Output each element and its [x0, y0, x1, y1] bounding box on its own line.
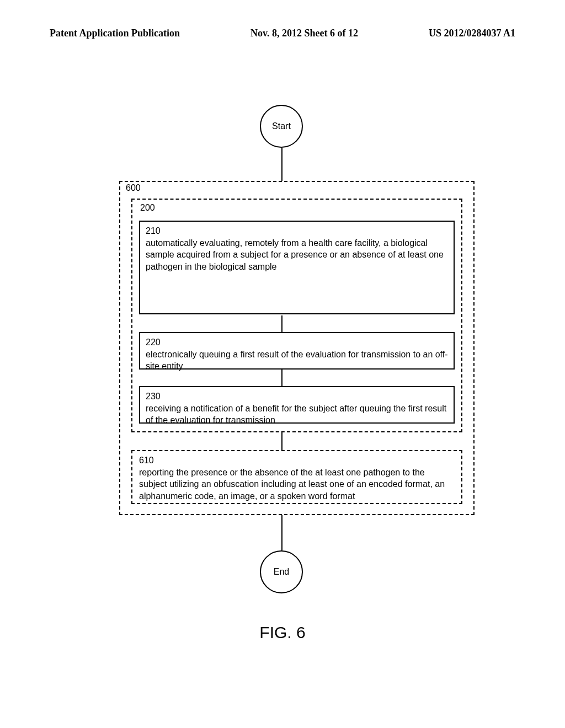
figure-caption: FIG. 6	[0, 623, 565, 642]
flowchart-step-610-num: 610	[139, 454, 455, 467]
flowchart: Start 600 200 210 automatically evaluati…	[77, 105, 486, 612]
flowchart-connector	[281, 515, 282, 550]
header-publication-number: US 2012/0284037 A1	[429, 28, 515, 39]
flowchart-connector	[281, 315, 282, 332]
flowchart-step-210-num: 210	[146, 225, 448, 237]
header-date-sheet: Nov. 8, 2012 Sheet 6 of 12	[250, 28, 358, 39]
flowchart-end-node: End	[260, 550, 303, 593]
flowchart-connector	[281, 370, 282, 386]
flowchart-step-610: 610 reporting the presence or the absenc…	[131, 450, 462, 504]
page-header: Patent Application Publication Nov. 8, 2…	[0, 28, 565, 39]
flowchart-step-230: 230 receiving a notification of a benefi…	[139, 386, 455, 424]
flowchart-start-node: Start	[260, 105, 303, 148]
flowchart-connector	[281, 432, 282, 450]
header-publication-type: Patent Application Publication	[50, 28, 180, 39]
flowchart-step-210-text: automatically evaluating, remotely from …	[146, 238, 444, 271]
flowchart-start-label: Start	[272, 121, 291, 131]
flowchart-step-220: 220 electronically queuing a first resul…	[139, 332, 455, 370]
flowchart-step-230-num: 230	[146, 390, 448, 403]
flowchart-step-220-num: 220	[146, 336, 448, 349]
flowchart-step-610-text: reporting the presence or the absence of…	[139, 468, 445, 501]
flowchart-end-label: End	[274, 567, 289, 577]
flowchart-step-210: 210 automatically evaluating, remotely f…	[139, 221, 455, 314]
flowchart-group-600-ref: 600	[126, 183, 141, 193]
flowchart-step-230-text: receiving a notification of a benefit fo…	[146, 404, 446, 425]
flowchart-group-200-ref: 200	[140, 203, 155, 213]
flowchart-step-220-text: electronically queuing a first result of…	[146, 350, 448, 371]
flowchart-connector	[281, 148, 282, 181]
